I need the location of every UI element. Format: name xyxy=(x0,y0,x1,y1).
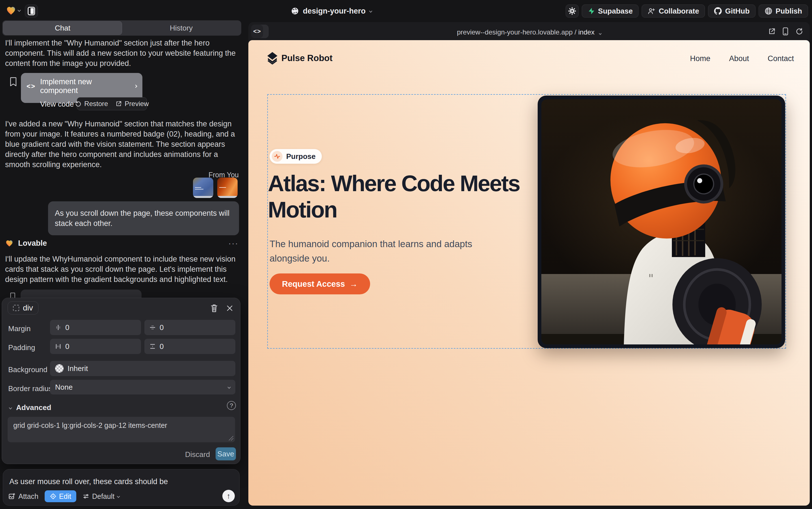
nav-about[interactable]: About xyxy=(729,54,749,63)
mobile-view-button[interactable] xyxy=(782,27,789,36)
selection-box-icon xyxy=(13,305,19,311)
attachment-thumbnail-orange[interactable] xyxy=(217,178,237,198)
hero-heading: Atlas: Where Code Meets Motion xyxy=(268,171,559,223)
attach-button[interactable]: Attach xyxy=(8,492,38,501)
padding-x-input[interactable]: 0 xyxy=(50,339,141,354)
pulse-icon xyxy=(274,153,280,160)
open-in-new-tab-button[interactable] xyxy=(768,27,776,35)
project-selector[interactable]: design-your-hero xyxy=(291,5,372,17)
preview-button[interactable]: Preview xyxy=(115,100,149,108)
selected-element-pill[interactable]: div xyxy=(8,301,38,314)
padding-y-input[interactable]: 0 xyxy=(144,339,235,354)
chevron-right-icon xyxy=(134,84,137,88)
border-radius-label: Border radius xyxy=(8,384,52,393)
preview-path: index xyxy=(578,28,594,36)
attachment-thumbnail-blue[interactable] xyxy=(193,178,213,198)
discard-button[interactable]: Discard xyxy=(185,450,210,459)
site-brand-name: Pulse Robot xyxy=(282,53,333,63)
supabase-button[interactable]: Supabase xyxy=(582,4,639,18)
project-caret-icon xyxy=(369,9,372,12)
margin-x-icon xyxy=(55,324,61,331)
advanced-label: Advanced xyxy=(16,403,51,412)
margin-x-input[interactable]: 0 xyxy=(50,320,141,335)
sidebar-toggle-button[interactable] xyxy=(25,4,38,18)
model-label: Default xyxy=(92,492,114,501)
margin-x-value: 0 xyxy=(65,323,69,332)
send-button[interactable]: ↑ xyxy=(222,490,235,502)
sidebar-tabs: Chat History xyxy=(2,20,241,36)
restore-button[interactable]: Restore xyxy=(75,100,108,108)
message-menu-button[interactable]: ··· xyxy=(228,238,238,248)
padding-y-value: 0 xyxy=(160,342,163,351)
help-icon[interactable]: ? xyxy=(227,401,236,410)
preview-url-bar[interactable]: preview--design-your-hero.lovable.app / … xyxy=(248,28,810,36)
code-icon: <> xyxy=(27,82,36,90)
site-logo[interactable]: Pulse Robot xyxy=(267,52,333,65)
panel-icon xyxy=(28,7,35,15)
globe-icon xyxy=(291,7,299,15)
collaborate-label: Collaborate xyxy=(659,7,699,15)
nav-home[interactable]: Home xyxy=(690,54,710,63)
publish-button[interactable]: Publish xyxy=(759,4,808,18)
sliders-icon xyxy=(82,493,89,500)
chat-input[interactable]: As user mouse roll over, these cards sho… xyxy=(9,477,168,486)
request-access-button[interactable]: Request Access → xyxy=(269,273,370,294)
select-chevron-icon xyxy=(227,385,230,388)
github-button[interactable]: GitHub xyxy=(708,4,755,18)
pulse-robot-logo-icon xyxy=(267,52,278,65)
transparency-swatch-icon xyxy=(55,364,64,373)
close-panel-button[interactable] xyxy=(226,304,234,312)
model-selector[interactable]: Default xyxy=(82,492,119,501)
refresh-button[interactable] xyxy=(795,27,803,35)
restore-label: Restore xyxy=(84,100,108,108)
chat-composer[interactable]: As user mouse roll over, these cards sho… xyxy=(3,469,239,506)
background-value: Inherit xyxy=(68,364,88,373)
tab-chat[interactable]: Chat xyxy=(3,21,122,35)
lovable-heart-icon xyxy=(5,239,13,247)
assistant-name: Lovable xyxy=(18,239,224,248)
save-button[interactable]: Save xyxy=(216,447,236,461)
selected-tag: div xyxy=(23,303,33,312)
preview-pane: <> preview--design-your-hero.lovable.app… xyxy=(248,22,810,506)
margin-label: Margin xyxy=(8,324,31,333)
advanced-toggle[interactable]: Advanced xyxy=(9,403,51,412)
preview-label: Preview xyxy=(124,100,149,108)
app-window: design-your-hero xyxy=(0,0,812,509)
workspace-caret-icon[interactable] xyxy=(17,8,21,11)
margin-y-value: 0 xyxy=(160,323,163,332)
bookmark-icon[interactable] xyxy=(9,77,17,87)
cta-label: Request Access xyxy=(282,279,345,289)
background-label: Background xyxy=(8,365,47,374)
github-label: GitHub xyxy=(725,7,749,15)
hero-section-selected[interactable]: Purpose Atlas: Where Code Meets Motion T… xyxy=(267,94,786,349)
people-icon xyxy=(648,7,656,15)
site-nav: Home About Contact xyxy=(690,54,794,63)
lovable-logo-icon[interactable] xyxy=(6,5,16,16)
padding-label: Padding xyxy=(8,343,35,352)
purpose-badge-label: Purpose xyxy=(286,152,316,161)
edit-mode-button[interactable]: Edit xyxy=(45,490,76,502)
attach-label: Attach xyxy=(19,492,38,501)
padding-x-icon xyxy=(55,343,61,349)
attach-image-icon xyxy=(8,493,15,500)
delete-element-button[interactable] xyxy=(210,304,218,313)
restore-icon xyxy=(75,100,82,107)
nav-contact[interactable]: Contact xyxy=(768,54,794,63)
background-input[interactable]: Inherit xyxy=(50,361,235,376)
tab-history[interactable]: History xyxy=(122,21,241,35)
tailwind-classes-textarea[interactable]: grid grid-cols-1 lg:grid-cols-2 gap-12 i… xyxy=(8,417,235,442)
external-link-icon xyxy=(115,100,122,107)
settings-button[interactable] xyxy=(566,4,579,18)
hero-subtext: The humanoid companion that learns and a… xyxy=(269,237,481,266)
preview-url: preview--design-your-hero.lovable.app xyxy=(457,28,573,36)
margin-y-input[interactable]: 0 xyxy=(144,320,235,335)
purpose-badge: Purpose xyxy=(269,149,322,164)
border-radius-value: None xyxy=(55,383,228,392)
collaborate-button[interactable]: Collaborate xyxy=(642,4,705,18)
border-radius-select[interactable]: None xyxy=(50,380,235,395)
target-icon xyxy=(50,493,57,500)
send-arrow-icon: ↑ xyxy=(227,492,230,501)
robot-illustration xyxy=(541,99,781,344)
github-icon xyxy=(714,7,722,15)
resize-handle[interactable] xyxy=(229,436,233,441)
